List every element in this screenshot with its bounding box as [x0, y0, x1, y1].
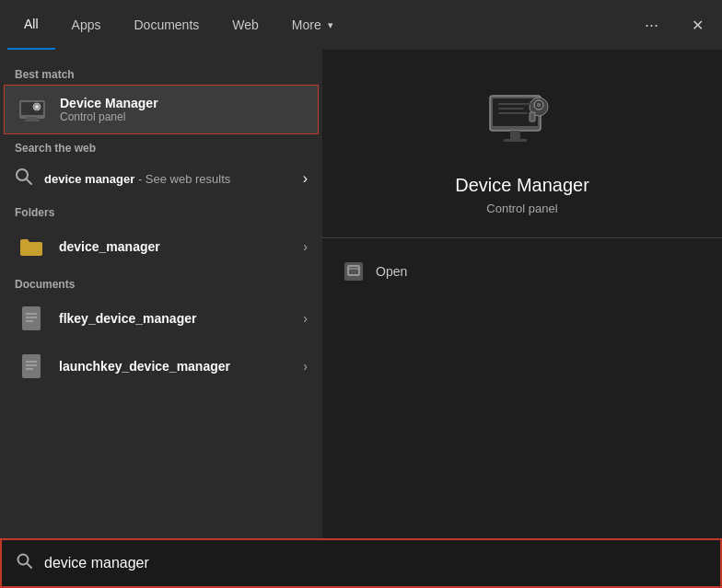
open-label: Open: [376, 264, 407, 279]
best-match-title: Device Manager: [60, 96, 307, 110]
svg-rect-17: [510, 131, 520, 139]
documents-label: Documents: [0, 271, 322, 294]
doc-flkey-name: flkey_device_manager: [59, 311, 303, 326]
open-action[interactable]: Open: [322, 253, 722, 290]
tab-all[interactable]: All: [7, 0, 55, 50]
folder-item-device-manager[interactable]: device_manager ›: [0, 223, 322, 271]
open-action-icon: [344, 262, 363, 281]
more-chevron-icon: ▾: [328, 19, 333, 31]
doc-launchkey-chevron-icon: ›: [303, 359, 308, 374]
svg-line-6: [27, 179, 31, 184]
right-panel-title: Device Manager: [455, 175, 589, 196]
svg-rect-18: [504, 139, 527, 142]
doc-flkey-chevron-icon: ›: [303, 311, 308, 326]
search-bar: device manager: [0, 538, 722, 588]
main-layout: Best match Device Manager Control panel …: [0, 50, 722, 538]
search-web-label: Search the web: [0, 134, 322, 158]
right-panel-subtitle: Control panel: [486, 202, 557, 215]
best-match-subtitle: Control panel: [60, 110, 307, 123]
folder-chevron-icon: ›: [303, 239, 308, 254]
more-options-button[interactable]: ···: [637, 8, 666, 42]
folder-name: device_manager: [59, 239, 303, 254]
web-search-item[interactable]: device manager - See web results ›: [0, 158, 322, 199]
tab-web[interactable]: Web: [215, 0, 275, 50]
svg-rect-24: [498, 108, 524, 110]
best-match-item[interactable]: Device Manager Control panel: [4, 85, 319, 134]
svg-rect-2: [27, 117, 38, 120]
top-nav: All Apps Documents Web More ▾ ··· ✕: [0, 0, 722, 50]
doc-launchkey-name: launchkey_device_manager: [59, 359, 303, 374]
folder-icon: [15, 230, 48, 263]
left-panel: Best match Device Manager Control panel …: [0, 50, 322, 538]
svg-line-29: [27, 563, 31, 568]
svg-rect-23: [498, 103, 531, 105]
svg-rect-25: [498, 112, 528, 114]
folders-label: Folders: [0, 199, 322, 223]
search-web-icon: [15, 167, 33, 190]
tab-documents[interactable]: Documents: [117, 0, 215, 50]
right-panel-divider: [322, 237, 722, 238]
svg-rect-22: [530, 112, 535, 121]
web-search-chevron-icon: ›: [303, 170, 308, 187]
close-button[interactable]: ✕: [681, 9, 715, 41]
doc-item-flkey[interactable]: flkey_device_manager ›: [0, 294, 322, 342]
search-input[interactable]: device manager: [44, 555, 705, 571]
tab-more[interactable]: More ▾: [275, 0, 350, 50]
svg-rect-11: [22, 354, 41, 378]
right-panel-device-icon: [485, 86, 559, 160]
best-match-label: Best match: [0, 61, 322, 85]
right-panel: Device Manager Control panel Open: [322, 50, 722, 538]
device-manager-icon: [16, 93, 49, 126]
doc-item-launchkey[interactable]: launchkey_device_manager ›: [0, 342, 322, 390]
web-search-text: device manager - See web results: [44, 172, 230, 186]
svg-rect-7: [22, 306, 41, 330]
svg-point-21: [537, 103, 542, 108]
svg-point-5: [17, 169, 28, 180]
search-icon: [17, 553, 33, 573]
doc-flkey-icon: [15, 302, 48, 335]
svg-rect-3: [25, 120, 40, 121]
svg-rect-26: [348, 266, 359, 275]
tab-apps[interactable]: Apps: [55, 0, 118, 50]
doc-launchkey-icon: [15, 350, 48, 383]
